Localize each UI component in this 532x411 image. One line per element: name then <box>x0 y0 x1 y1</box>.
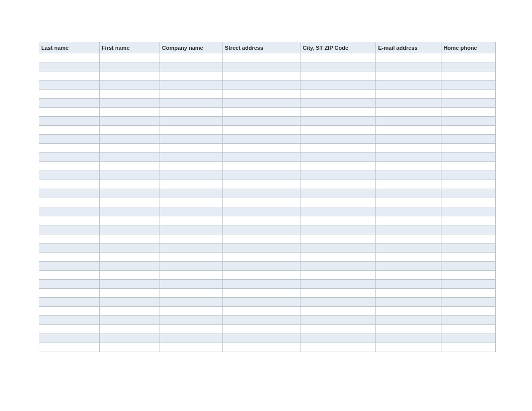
table-cell[interactable] <box>441 262 496 271</box>
table-row[interactable] <box>39 316 496 325</box>
table-cell[interactable] <box>39 207 100 216</box>
table-cell[interactable] <box>441 90 496 99</box>
table-cell[interactable] <box>223 289 301 298</box>
table-cell[interactable] <box>300 171 376 180</box>
table-cell[interactable] <box>223 334 301 343</box>
table-cell[interactable] <box>100 234 160 243</box>
table-cell[interactable] <box>39 243 100 253</box>
table-row[interactable] <box>39 108 496 117</box>
table-cell[interactable] <box>223 153 301 162</box>
table-cell[interactable] <box>100 153 160 162</box>
table-cell[interactable] <box>376 162 441 171</box>
table-cell[interactable] <box>300 135 376 144</box>
table-cell[interactable] <box>100 280 160 289</box>
table-cell[interactable] <box>39 117 100 126</box>
table-cell[interactable] <box>160 80 223 90</box>
table-cell[interactable] <box>376 207 441 216</box>
table-cell[interactable] <box>441 243 496 253</box>
table-row[interactable] <box>39 189 496 198</box>
table-cell[interactable] <box>223 90 301 99</box>
table-cell[interactable] <box>160 234 223 243</box>
table-cell[interactable] <box>441 62 496 71</box>
table-row[interactable] <box>39 225 496 234</box>
table-row[interactable] <box>39 99 496 108</box>
table-cell[interactable] <box>39 280 100 289</box>
table-cell[interactable] <box>160 343 223 352</box>
table-cell[interactable] <box>300 307 376 316</box>
table-cell[interactable] <box>160 144 223 153</box>
table-cell[interactable] <box>441 135 496 144</box>
table-cell[interactable] <box>223 316 301 325</box>
table-cell[interactable] <box>441 198 496 207</box>
table-row[interactable] <box>39 207 496 216</box>
table-cell[interactable] <box>376 108 441 117</box>
table-cell[interactable] <box>100 108 160 117</box>
table-cell[interactable] <box>160 316 223 325</box>
table-cell[interactable] <box>39 53 100 62</box>
table-cell[interactable] <box>300 334 376 343</box>
table-cell[interactable] <box>100 117 160 126</box>
table-cell[interactable] <box>223 171 301 180</box>
table-cell[interactable] <box>100 135 160 144</box>
table-cell[interactable] <box>160 117 223 126</box>
table-cell[interactable] <box>376 180 441 189</box>
table-cell[interactable] <box>376 316 441 325</box>
table-cell[interactable] <box>441 307 496 316</box>
table-cell[interactable] <box>441 144 496 153</box>
table-cell[interactable] <box>300 162 376 171</box>
table-cell[interactable] <box>300 289 376 298</box>
table-cell[interactable] <box>223 271 301 280</box>
table-cell[interactable] <box>376 243 441 253</box>
table-cell[interactable] <box>376 99 441 108</box>
table-cell[interactable] <box>300 316 376 325</box>
table-cell[interactable] <box>223 80 301 90</box>
table-row[interactable] <box>39 135 496 144</box>
table-cell[interactable] <box>441 225 496 234</box>
table-cell[interactable] <box>100 271 160 280</box>
col-header-city-st-zip[interactable]: City, ST ZIP Code <box>300 42 376 53</box>
table-cell[interactable] <box>300 198 376 207</box>
table-cell[interactable] <box>376 253 441 262</box>
table-cell[interactable] <box>441 216 496 225</box>
table-cell[interactable] <box>441 253 496 262</box>
table-cell[interactable] <box>441 171 496 180</box>
table-row[interactable] <box>39 117 496 126</box>
table-cell[interactable] <box>300 153 376 162</box>
table-cell[interactable] <box>441 108 496 117</box>
table-cell[interactable] <box>223 117 301 126</box>
table-cell[interactable] <box>160 71 223 80</box>
col-header-company-name[interactable]: Company name <box>160 42 223 53</box>
table-cell[interactable] <box>376 225 441 234</box>
table-cell[interactable] <box>223 108 301 117</box>
table-row[interactable] <box>39 334 496 343</box>
table-cell[interactable] <box>39 153 100 162</box>
table-cell[interactable] <box>100 325 160 334</box>
table-cell[interactable] <box>39 162 100 171</box>
table-cell[interactable] <box>300 80 376 90</box>
table-cell[interactable] <box>39 271 100 280</box>
table-cell[interactable] <box>39 343 100 352</box>
table-cell[interactable] <box>441 153 496 162</box>
table-cell[interactable] <box>300 343 376 352</box>
table-cell[interactable] <box>100 262 160 271</box>
table-cell[interactable] <box>441 80 496 90</box>
table-cell[interactable] <box>100 289 160 298</box>
table-cell[interactable] <box>223 307 301 316</box>
table-cell[interactable] <box>376 343 441 352</box>
table-row[interactable] <box>39 171 496 180</box>
table-cell[interactable] <box>39 135 100 144</box>
table-row[interactable] <box>39 90 496 99</box>
table-cell[interactable] <box>160 307 223 316</box>
table-cell[interactable] <box>441 99 496 108</box>
table-cell[interactable] <box>441 316 496 325</box>
table-cell[interactable] <box>160 334 223 343</box>
table-cell[interactable] <box>300 62 376 71</box>
table-cell[interactable] <box>100 80 160 90</box>
table-cell[interactable] <box>100 90 160 99</box>
table-cell[interactable] <box>160 243 223 253</box>
table-cell[interactable] <box>39 253 100 262</box>
table-cell[interactable] <box>100 216 160 225</box>
table-row[interactable] <box>39 216 496 225</box>
table-cell[interactable] <box>160 253 223 262</box>
col-header-email[interactable]: E-mail address <box>376 42 441 53</box>
